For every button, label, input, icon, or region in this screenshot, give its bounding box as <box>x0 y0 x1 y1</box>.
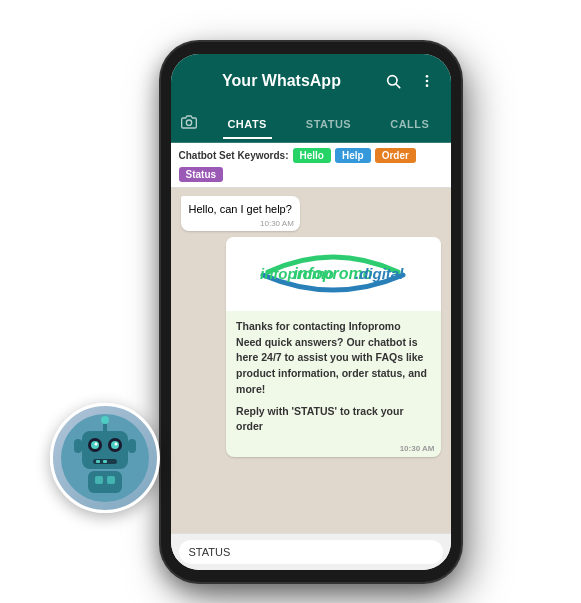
keywords-bar: Chatbot Set Keywords: Hello Help Order S… <box>171 143 451 188</box>
app-title: Your WhatsApp <box>183 72 381 90</box>
search-icon[interactable] <box>381 69 405 93</box>
header-icons <box>381 69 439 93</box>
bot-line1: Thanks for contacting InfopromoNeed quic… <box>236 319 430 398</box>
bot-response-card: infopromo infopromo infopromo .digital T… <box>226 237 440 457</box>
bot-message-time: 10:30 AM <box>400 443 435 455</box>
whatsapp-header: Your WhatsApp <box>171 54 451 106</box>
svg-text:infopromo: infopromo <box>260 265 334 282</box>
bot-message-body: Thanks for contacting InfopromoNeed quic… <box>226 311 440 457</box>
input-bar: STATUS <box>171 533 451 570</box>
message-input[interactable]: STATUS <box>179 540 443 564</box>
robot-avatar <box>50 403 160 513</box>
svg-point-8 <box>95 443 98 446</box>
chat-area: Hello, can I get help? 10:30 AM <box>171 188 451 533</box>
more-options-icon[interactable] <box>415 69 439 93</box>
tab-status[interactable]: STATUS <box>288 109 369 139</box>
svg-rect-14 <box>95 476 103 484</box>
svg-point-23 <box>186 120 191 125</box>
tab-calls[interactable]: CALLS <box>369 109 450 139</box>
svg-rect-12 <box>103 460 107 463</box>
keyword-help[interactable]: Help <box>335 148 371 163</box>
infopromo-logo: infopromo infopromo infopromo .digital <box>248 247 418 297</box>
svg-point-3 <box>101 416 109 424</box>
camera-icon[interactable] <box>171 106 207 142</box>
keyword-hello[interactable]: Hello <box>293 148 331 163</box>
keyword-order[interactable]: Order <box>375 148 416 163</box>
svg-text:.digital: .digital <box>355 265 404 282</box>
phone-screen: Your WhatsApp <box>171 54 451 570</box>
message-sent: Hello, can I get help? 10:30 AM <box>181 196 300 231</box>
svg-rect-11 <box>96 460 100 463</box>
svg-rect-13 <box>88 471 122 493</box>
svg-point-21 <box>425 79 428 82</box>
bot-line2: Reply with 'STATUS' to track your order <box>236 404 430 436</box>
tab-bar: CHATS STATUS CALLS <box>171 106 451 143</box>
svg-rect-15 <box>107 476 115 484</box>
message-time: 10:30 AM <box>260 218 294 229</box>
message-text: Hello, can I get help? <box>189 203 292 215</box>
keywords-label: Chatbot Set Keywords: <box>179 150 289 161</box>
phone-shell: Your WhatsApp <box>161 42 461 582</box>
tab-chats[interactable]: CHATS <box>207 109 288 139</box>
svg-line-19 <box>396 84 400 88</box>
svg-rect-17 <box>128 439 136 453</box>
robot-icon <box>60 413 150 503</box>
keyword-status[interactable]: Status <box>179 167 224 182</box>
svg-point-20 <box>425 75 428 78</box>
bot-logo-area: infopromo infopromo infopromo .digital <box>226 237 440 311</box>
scene: Your WhatsApp <box>0 0 581 603</box>
svg-rect-16 <box>74 439 82 453</box>
svg-point-22 <box>425 84 428 87</box>
svg-point-9 <box>115 443 118 446</box>
